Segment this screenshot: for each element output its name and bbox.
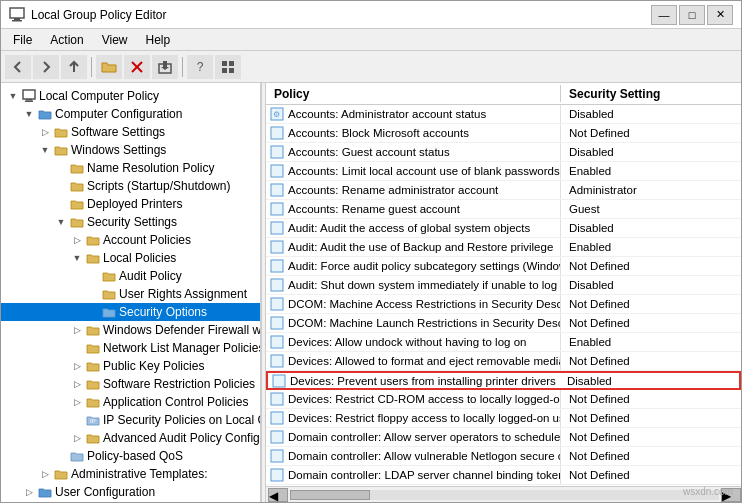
toggle-local-computer-policy[interactable]: ▼ [5, 88, 21, 104]
policy-row-4[interactable]: Accounts: Rename administrator account A… [266, 181, 741, 200]
folder-qos-icon [69, 448, 85, 464]
toggle-admin-templates[interactable]: ▷ [37, 466, 53, 482]
svg-rect-29 [273, 375, 285, 387]
maximize-button[interactable]: □ [679, 5, 705, 25]
tree-item-name-resolution[interactable]: Name Resolution Policy [1, 159, 260, 177]
tree-item-app-control[interactable]: ▷ Application Control Policies [1, 393, 260, 411]
tree-item-user-rights[interactable]: User Rights Assignment [1, 285, 260, 303]
toggle-user-rights [85, 286, 101, 302]
toggle-software-restriction[interactable]: ▷ [69, 376, 85, 392]
tree-item-audit-policy[interactable]: Audit Policy [1, 267, 260, 285]
svg-rect-18 [271, 165, 283, 177]
toggle-public-key[interactable]: ▷ [69, 358, 85, 374]
monitor-icon [21, 88, 37, 104]
menu-file[interactable]: File [5, 31, 40, 48]
policy-row-10[interactable]: DCOM: Machine Access Restrictions in Sec… [266, 295, 741, 314]
tree-item-account-policies[interactable]: ▷ Account Policies [1, 231, 260, 249]
policy-row-3[interactable]: Accounts: Limit local account use of bla… [266, 162, 741, 181]
app-icon [9, 7, 25, 23]
right-panel-hscrollbar[interactable]: ◀ ▶ [266, 486, 741, 502]
tree-label-audit-policy: Audit Policy [119, 269, 182, 283]
policy-row-14[interactable]: Devices: Prevent users from installing p… [266, 371, 741, 390]
hscroll-left-btn[interactable]: ◀ [268, 488, 288, 502]
toolbar-folder-button[interactable] [96, 55, 122, 79]
toolbar-delete-button[interactable] [124, 55, 150, 79]
toolbar-up-button[interactable] [61, 55, 87, 79]
watermark: wsxdn.com [683, 486, 733, 497]
tree-item-advanced-audit[interactable]: ▷ Advanced Audit Policy Configura... [1, 429, 260, 447]
policy-row-9[interactable]: Audit: Shut down system immediately if u… [266, 276, 741, 295]
tree-item-software-restriction[interactable]: ▷ Software Restriction Policies [1, 375, 260, 393]
tree-item-local-computer-policy[interactable]: ▼ Local Computer Policy [1, 87, 260, 105]
toggle-security-settings[interactable]: ▼ [53, 214, 69, 230]
tree-label-software-settings: Software Settings [71, 125, 165, 139]
toggle-local-policies[interactable]: ▼ [69, 250, 85, 266]
toolbar-export-button[interactable] [152, 55, 178, 79]
policy-row-16[interactable]: Devices: Restrict floppy access to local… [266, 409, 741, 428]
menu-view[interactable]: View [94, 31, 136, 48]
minimize-button[interactable]: — [651, 5, 677, 25]
svg-rect-30 [271, 393, 283, 405]
toolbar-view-button[interactable] [215, 55, 241, 79]
menu-action[interactable]: Action [42, 31, 91, 48]
folder-admin-icon [53, 466, 69, 482]
policy-row-6[interactable]: Audit: Audit the access of global system… [266, 219, 741, 238]
tree-item-scripts[interactable]: Scripts (Startup/Shutdown) [1, 177, 260, 195]
policy-row-15[interactable]: Devices: Restrict CD-ROM access to local… [266, 390, 741, 409]
tree-item-public-key[interactable]: ▷ Public Key Policies [1, 357, 260, 375]
tree-item-windows-defender[interactable]: ▷ Windows Defender Firewall with [1, 321, 260, 339]
policy-row-12[interactable]: Devices: Allow undock without having to … [266, 333, 741, 352]
toggle-windows-settings[interactable]: ▼ [37, 142, 53, 158]
hscroll-track[interactable] [290, 490, 719, 500]
policy-cell-17: Domain controller: Allow server operator… [266, 428, 561, 446]
tree-item-ip-security[interactable]: IP IP Security Policies on Local Con... [1, 411, 260, 429]
left-panel[interactable]: ▼ Local Computer Policy ▼ [1, 83, 261, 502]
toggle-app-control[interactable]: ▷ [69, 394, 85, 410]
hscroll-thumb[interactable] [290, 490, 370, 500]
tree-item-computer-configuration[interactable]: ▼ Computer Configuration [1, 105, 260, 123]
header-policy: Policy [266, 85, 561, 102]
folder-audit-icon [101, 268, 117, 284]
tree-label-computer-configuration: Computer Configuration [55, 107, 182, 121]
policy-row-11[interactable]: DCOM: Machine Launch Restrictions in Sec… [266, 314, 741, 333]
policy-list[interactable]: ⚙ Accounts: Administrator account status… [266, 105, 741, 486]
tree-item-network-list[interactable]: Network List Manager Policies [1, 339, 260, 357]
toggle-windows-defender[interactable]: ▷ [69, 322, 85, 338]
policy-row-0[interactable]: ⚙ Accounts: Administrator account status… [266, 105, 741, 124]
policy-row-1[interactable]: Accounts: Block Microsoft accounts Not D… [266, 124, 741, 143]
tree-item-security-settings[interactable]: ▼ Security Settings [1, 213, 260, 231]
toolbar-help-button[interactable]: ? [187, 55, 213, 79]
toolbar-forward-button[interactable] [33, 55, 59, 79]
tree-label-advanced-audit: Advanced Audit Policy Configura... [103, 431, 261, 445]
svg-rect-6 [222, 61, 227, 66]
svg-rect-16 [271, 127, 283, 139]
policy-row-17[interactable]: Domain controller: Allow server operator… [266, 428, 741, 447]
toggle-advanced-audit[interactable]: ▷ [69, 430, 85, 446]
policy-row-13[interactable]: Devices: Allowed to format and eject rem… [266, 352, 741, 371]
policy-row-8[interactable]: Audit: Force audit policy subcategory se… [266, 257, 741, 276]
toggle-user-config[interactable]: ▷ [21, 484, 37, 500]
tree-item-windows-settings[interactable]: ▼ Windows Settings [1, 141, 260, 159]
tree-item-user-config[interactable]: ▷ User Configuration [1, 483, 260, 501]
folder-yellow-icon [53, 124, 69, 140]
menu-help[interactable]: Help [138, 31, 179, 48]
close-button[interactable]: ✕ [707, 5, 733, 25]
toggle-account-policies[interactable]: ▷ [69, 232, 85, 248]
policy-row-18[interactable]: Domain controller: Allow vulnerable Netl… [266, 447, 741, 466]
policy-row-19[interactable]: Domain controller: LDAP server channel b… [266, 466, 741, 485]
tree-item-security-options[interactable]: Security Options [1, 303, 260, 321]
tree-item-deployed-printers[interactable]: Deployed Printers [1, 195, 260, 213]
tree-item-local-policies[interactable]: ▼ Local Policies [1, 249, 260, 267]
policy-security-15: Not Defined [561, 391, 741, 407]
policy-row-5[interactable]: Accounts: Rename guest account Guest [266, 200, 741, 219]
policy-row-2[interactable]: Accounts: Guest account status Disabled [266, 143, 741, 162]
tree-item-admin-templates[interactable]: ▷ Administrative Templates: [1, 465, 260, 483]
policy-row-7[interactable]: Audit: Audit the use of Backup and Resto… [266, 238, 741, 257]
toggle-computer-config[interactable]: ▼ [21, 106, 37, 122]
toolbar-back-button[interactable] [5, 55, 31, 79]
tree-label-windows-defender: Windows Defender Firewall with [103, 323, 261, 337]
tree-item-policy-qos[interactable]: Policy-based QoS [1, 447, 260, 465]
tree-item-software-settings[interactable]: ▷ Software Settings [1, 123, 260, 141]
header-security: Security Setting [561, 85, 741, 102]
toggle-software-settings[interactable]: ▷ [37, 124, 53, 140]
